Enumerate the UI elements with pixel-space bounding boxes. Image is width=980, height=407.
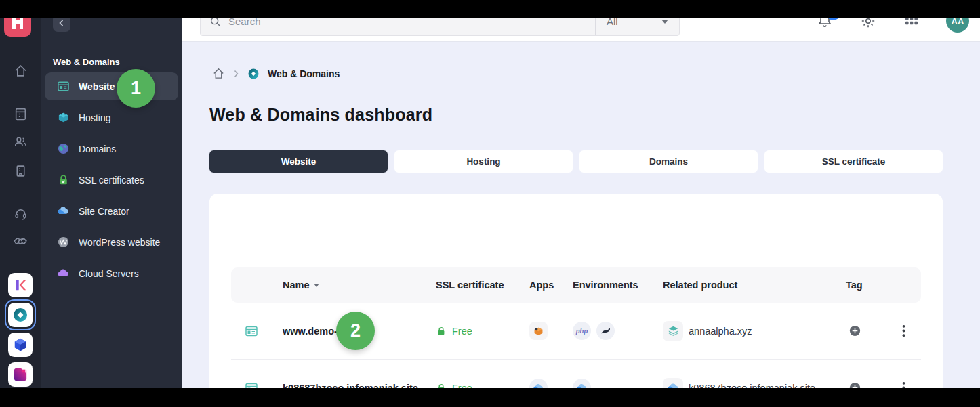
column-header-name[interactable]: Name (272, 280, 432, 291)
kebab-menu-button[interactable] (899, 322, 908, 340)
page-title: Web & Domains dashboard (209, 105, 432, 125)
column-header-apps: Apps (525, 280, 569, 291)
calculator-icon[interactable] (7, 106, 33, 122)
header-divider (0, 39, 182, 39)
related-product-cell: annaalpha.xyz (659, 321, 842, 341)
php-label: php (576, 327, 588, 335)
chevron-right-icon (233, 70, 239, 78)
ssl-status: Free (452, 326, 472, 337)
sidebar-item-hosting[interactable]: Hosting (45, 104, 178, 131)
layers-icon (663, 321, 683, 341)
sidebar-item-label: Domains (79, 144, 116, 154)
site-type-cell (231, 324, 272, 338)
web-domains-product-icon (247, 68, 260, 80)
sidebar-item-site-creator[interactable]: Site Creator (45, 197, 178, 225)
websites-panel: 2 Web sites Add site Name (209, 194, 943, 407)
chevron-down-icon (661, 20, 668, 24)
dashboard-tabs: Website Hosting Domains SSL certificate (209, 150, 943, 173)
breadcrumb: Web & Domains (212, 67, 340, 80)
sidebar-item-cloud-servers[interactable]: Cloud Servers (45, 259, 178, 287)
sidebar-item-label: Cloud Servers (79, 268, 139, 279)
partner-handshake-icon[interactable] (7, 234, 33, 250)
sidebar-item-ssl-certificates[interactable]: SSL certificates (45, 166, 178, 194)
sidebar-item-wordpress-website[interactable]: WordPress website (45, 228, 178, 256)
home-icon[interactable] (212, 67, 225, 80)
add-tag-button[interactable] (846, 322, 864, 340)
web-domains-sidebar: Web & Domains Website Hosting Domains SS… (41, 0, 182, 388)
wordpress-icon (57, 236, 70, 249)
column-header-tag: Tag (842, 280, 886, 291)
home-icon[interactable] (7, 62, 33, 79)
column-header-ssl: SSL certificate (432, 280, 525, 291)
users-icon[interactable] (7, 133, 33, 150)
sidebar-item-domains[interactable]: Domains (45, 135, 178, 163)
app-screen: Web & Domains Website Hosting Domains SS… (0, 0, 980, 407)
environments-cell: php (569, 322, 659, 340)
sidebar-item-website[interactable]: Website (45, 72, 178, 100)
cube-app-icon[interactable] (8, 333, 33, 357)
ssl-cell: Free (432, 326, 525, 337)
sort-caret-icon (314, 284, 319, 287)
sidebar-item-label: Site Creator (79, 206, 129, 217)
main-content: All 2 AA Web & D (182, 0, 980, 388)
web-domains-app-icon[interactable] (8, 303, 33, 327)
tab-hosting[interactable]: Hosting (394, 150, 573, 173)
website-icon (57, 80, 70, 93)
related-product-name[interactable]: annaalpha.xyz (689, 326, 752, 337)
ssl-lock-icon (57, 173, 70, 186)
bottom-letterbox-band (0, 388, 980, 407)
media-app-icon[interactable] (8, 362, 33, 387)
mariadb-seal-icon (596, 322, 615, 340)
sidebar-item-label: WordPress website (79, 237, 160, 248)
sidebar-section-title: Web & Domains (53, 57, 120, 67)
tab-website[interactable]: Website (209, 150, 388, 173)
tutorial-step-badge-2: 2 (336, 312, 375, 350)
column-header-related-product: Related product (659, 280, 842, 291)
plus-circle-icon (849, 324, 861, 337)
table-row[interactable]: www.demo- Free php (231, 303, 921, 360)
kebab-icon (902, 324, 905, 337)
row-actions-cell (886, 322, 921, 340)
site-creator-cloud-icon (57, 205, 70, 217)
sidebar-item-label: SSL certificates (79, 175, 144, 186)
support-headset-icon[interactable] (7, 205, 33, 221)
websites-table: Name SSL certificate Apps Environments R… (231, 267, 921, 407)
table-header: Name SSL certificate Apps Environments R… (231, 267, 921, 303)
organization-icon[interactable] (7, 163, 33, 179)
ksuite-app-icon[interactable] (8, 273, 33, 297)
tab-ssl-certificate[interactable]: SSL certificate (764, 150, 943, 173)
site-name[interactable]: www.demo- (283, 326, 338, 337)
ssl-lock-icon (436, 326, 447, 337)
tag-cell (842, 322, 886, 340)
tutorial-step-badge-1: 1 (117, 69, 155, 108)
apps-cell (525, 322, 569, 340)
globe-icon (57, 142, 70, 155)
sidebar-menu: Website Hosting Domains SSL certificates… (45, 72, 178, 291)
column-header-environments: Environments (569, 280, 659, 291)
php-badge: php (573, 322, 591, 340)
app-rail (0, 0, 41, 388)
cloud-servers-icon (57, 267, 70, 280)
web-app-icon (529, 322, 548, 340)
breadcrumb-page[interactable]: Web & Domains (268, 68, 340, 79)
website-icon (245, 324, 258, 338)
hosting-cube-icon (57, 111, 70, 124)
sidebar-item-label: Hosting (79, 112, 110, 123)
column-label: Name (283, 280, 310, 291)
sidebar-item-label: Website (79, 81, 115, 92)
top-letterbox-band (0, 0, 980, 18)
tab-domains[interactable]: Domains (579, 150, 758, 173)
